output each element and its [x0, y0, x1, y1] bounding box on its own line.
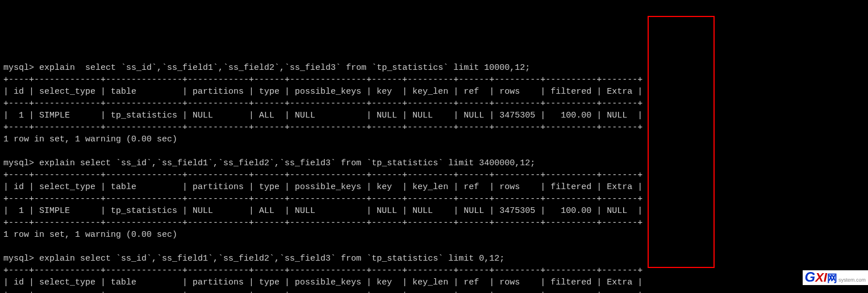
query-command: explain select `ss_id`,`ss_field1`,`ss_f… — [39, 63, 530, 73]
table-border: +----+-------------+---------------+----… — [3, 266, 642, 275]
table-border: +----+-------------+---------------+----… — [3, 123, 642, 132]
table-border: +----+-------------+---------------+----… — [3, 290, 642, 293]
prompt-line-1: mysql> explain select `ss_id`,`ss_field1… — [3, 63, 530, 73]
prompt-line-3: mysql> explain select `ss_id`,`ss_field1… — [3, 254, 504, 263]
table-border: +----+-------------+---------------+----… — [3, 99, 642, 108]
table-border: +----+-------------+---------------+----… — [3, 218, 642, 228]
table-border: +----+-------------+---------------+----… — [3, 194, 642, 204]
table-border: +----+-------------+---------------+----… — [3, 170, 642, 180]
table-row: | 1 | SIMPLE | tp_statistics | NULL | AL… — [3, 111, 642, 120]
table-row: | 1 | SIMPLE | tp_statistics | NULL | AL… — [3, 206, 642, 216]
watermark-net: 网 — [827, 273, 837, 283]
watermark-logo: GXI网system.com — [803, 270, 869, 285]
table-header: | id | select_type | table | partitions … — [3, 87, 642, 97]
terminal-output[interactable]: mysql> explain select `ss_id`,`ss_field1… — [3, 50, 865, 293]
prompt-line-2: mysql> explain select `ss_id`,`ss_field1… — [3, 158, 535, 168]
table-header: | id | select_type | table | partitions … — [3, 182, 642, 192]
mysql-prompt: mysql> — [3, 158, 34, 168]
watermark-sub: system.com — [838, 278, 866, 283]
mysql-prompt: mysql> — [3, 254, 34, 263]
watermark-g: G — [805, 270, 816, 284]
query-command: explain select `ss_id`,`ss_field1`,`ss_f… — [39, 254, 504, 263]
watermark-x: X — [815, 271, 824, 284]
mysql-prompt: mysql> — [3, 63, 34, 73]
status-line: 1 row in set, 1 warning (0.00 sec) — [3, 135, 177, 144]
table-border: +----+-------------+---------------+----… — [3, 75, 642, 85]
table-header: | id | select_type | table | partitions … — [3, 278, 642, 287]
query-command: explain select `ss_id`,`ss_field1`,`ss_f… — [39, 158, 535, 168]
status-line: 1 row in set, 1 warning (0.00 sec) — [3, 230, 177, 240]
